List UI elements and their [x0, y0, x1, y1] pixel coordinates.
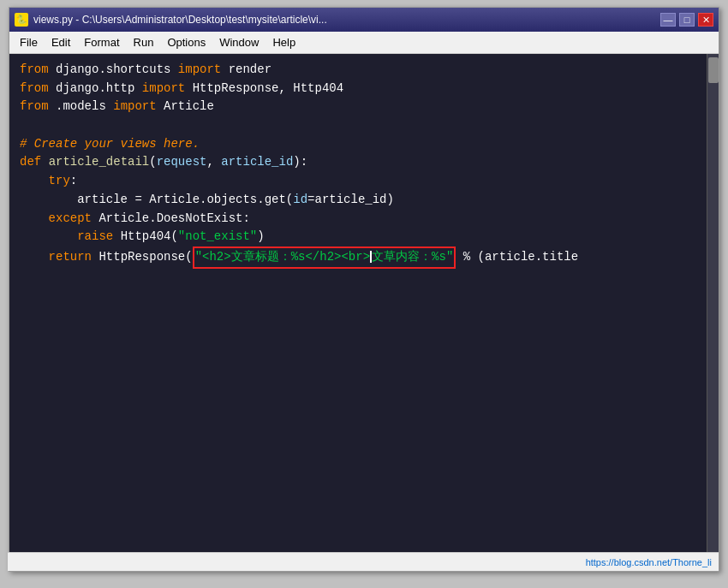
- menu-format[interactable]: Format: [77, 33, 126, 51]
- window-title: views.py - C:\Users\Administrator\Deskto…: [33, 14, 327, 26]
- menu-edit[interactable]: Edit: [45, 33, 77, 51]
- title-bar-left: 🐍 views.py - C:\Users\Administrator\Desk…: [15, 13, 327, 27]
- close-button[interactable]: ✕: [698, 13, 713, 27]
- minimize-button[interactable]: —: [660, 13, 676, 27]
- title-bar: 🐍 views.py - C:\Users\Administrator\Desk…: [9, 8, 719, 32]
- menu-help[interactable]: Help: [266, 33, 302, 51]
- menu-bar: File Edit Format Run Options Window Help: [9, 32, 719, 54]
- code-editor[interactable]: from django.shortcuts import render from…: [9, 54, 707, 571]
- keyword-from-1: from: [20, 61, 49, 80]
- code-line-6: def article_detail ( request , article_i…: [20, 153, 700, 172]
- code-line-11: return HttpResponse( "<h2>文章标题：%s</h2><b…: [20, 246, 700, 269]
- editor-area[interactable]: from django.shortcuts import render from…: [9, 54, 719, 571]
- menu-run[interactable]: Run: [127, 33, 161, 51]
- code-line-8: article = Article.objects.get( id =artic…: [20, 191, 700, 210]
- scrollbar-thumb[interactable]: [708, 57, 719, 83]
- code-line-10: raise Http404( "not_exist" ): [20, 228, 700, 246]
- menu-file[interactable]: File: [13, 33, 45, 51]
- vertical-scrollbar[interactable]: [707, 54, 719, 571]
- code-line-4: [20, 116, 700, 135]
- main-window: 🐍 views.py - C:\Users\Administrator\Desk…: [9, 7, 719, 572]
- maximize-button[interactable]: □: [679, 13, 695, 27]
- code-line-3: from .models import Article: [20, 98, 700, 116]
- watermark-bar: https://blog.csdn.net/Thorne_li: [8, 552, 719, 571]
- app-icon: 🐍: [15, 13, 28, 27]
- window-controls: — □ ✕: [660, 13, 713, 27]
- code-line-2: from django.http import HttpResponse, Ht…: [20, 80, 700, 98]
- highlight-string: "<h2>文章标题：%s</h2><br>文草内容：%s": [193, 246, 456, 269]
- code-line-7: try :: [20, 172, 700, 191]
- menu-window[interactable]: Window: [212, 33, 266, 51]
- code-line-9: except Article.DoesNotExist:: [20, 210, 700, 229]
- code-line-1: from django.shortcuts import render: [20, 61, 700, 80]
- watermark-link: https://blog.csdn.net/Thorne_li: [586, 557, 712, 567]
- code-line-5: # Create your views here.: [20, 135, 700, 154]
- menu-options[interactable]: Options: [160, 33, 212, 51]
